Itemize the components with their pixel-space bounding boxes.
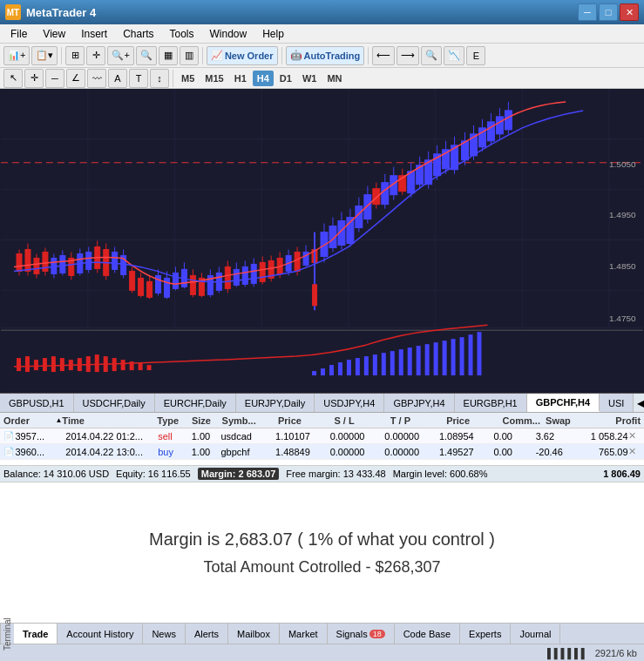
toolbar-zoom-out[interactable]: 🔍 [136, 46, 157, 65]
order-row-1[interactable]: 📄 3957... 2014.04.22 01:2... sell 1.00 u… [0, 428, 644, 444]
app-logo: MT [5, 4, 21, 20]
svg-rect-146 [139, 363, 143, 370]
tf-mn[interactable]: MN [322, 71, 346, 86]
tab-scroll-left[interactable]: ◀ [634, 397, 644, 409]
menu-insert[interactable]: Insert [74, 26, 114, 42]
row2-type: buy [158, 447, 192, 457]
svg-rect-166 [469, 334, 473, 375]
margin-display: Margin: 2 683.07 [198, 468, 280, 480]
svg-text:1.4750: 1.4750 [609, 314, 636, 323]
line-button[interactable]: ─ [45, 69, 64, 88]
autotrading-button[interactable]: 🤖 AutoTrading [286, 46, 365, 65]
col-type: Type [157, 415, 192, 426]
toolbar-drawing: ↖ ✛ ─ ∠ 〰 A T ↕ M5 M15 H1 H4 D1 W1 MN [0, 68, 644, 89]
angle-button[interactable]: ∠ [66, 69, 85, 88]
new-order-button[interactable]: 📈 New Order [207, 46, 278, 65]
svg-rect-135 [43, 358, 47, 371]
balance-display: Balance: 14 310.06 USD [3, 469, 109, 479]
tf-h4[interactable]: H4 [253, 71, 274, 86]
minimize-button[interactable]: ─ [578, 3, 597, 21]
arrow-button[interactable]: ↕ [150, 69, 169, 88]
col-time: Time [62, 415, 157, 426]
toolbar-indicators[interactable]: 📉 [444, 46, 464, 65]
col-swap: Swap [546, 415, 585, 426]
maximize-button[interactable]: □ [599, 3, 618, 21]
tab-eurjpy[interactable]: EURJPY,Daily [236, 394, 315, 412]
menu-view[interactable]: View [36, 26, 72, 42]
label-button[interactable]: T [129, 69, 148, 88]
cursor-button[interactable]: ↖ [3, 69, 23, 88]
chart-area[interactable]: 1.5050 1.4950 1.4850 1.4750 [0, 89, 644, 394]
term-tab-experts[interactable]: Experts [460, 624, 511, 644]
svg-rect-156 [382, 353, 386, 375]
wave-button[interactable]: 〰 [87, 69, 106, 88]
menu-charts[interactable]: Charts [116, 26, 160, 42]
row2-close[interactable]: ✕ [628, 446, 641, 457]
order-row-2[interactable]: 📄 3960... 2014.04.22 13:0... buy 1.00 gb… [0, 444, 644, 460]
term-tab-signals[interactable]: Signals 18 [328, 624, 395, 644]
toolbar-profiles[interactable]: ⊞ [65, 46, 85, 65]
term-tab-mailbox[interactable]: Mailbox [228, 624, 280, 644]
menu-help[interactable]: Help [255, 26, 291, 42]
menu-window[interactable]: Window [203, 26, 254, 42]
toolbar-zoom-chart[interactable]: 🔍 [421, 46, 442, 65]
crosshair-button[interactable]: ✛ [24, 69, 44, 88]
tf-w1[interactable]: W1 [298, 71, 322, 86]
menu-file[interactable]: File [3, 26, 34, 42]
col-tp: T / P [390, 415, 446, 426]
toolbar-crosshair[interactable]: ✛ [86, 46, 105, 65]
term-tab-alerts[interactable]: Alerts [186, 624, 228, 644]
toolbar-expert[interactable]: E [466, 46, 485, 65]
svg-rect-147 [147, 365, 152, 370]
toolbar-templates[interactable]: 📋▾ [31, 46, 58, 65]
toolbar-zoom-in[interactable]: 🔍+ [107, 46, 133, 65]
term-tab-journal[interactable]: Journal [511, 624, 560, 644]
tf-m15[interactable]: M15 [200, 71, 227, 86]
row2-tp: 0.00000 [384, 447, 439, 457]
tab-usdjpy[interactable]: USDJPY,H4 [315, 394, 384, 412]
term-tab-codebase[interactable]: Code Base [395, 624, 460, 644]
term-tab-account-history[interactable]: Account History [58, 624, 143, 644]
toolbar-new-chart[interactable]: 📊+ [3, 46, 30, 65]
toolbar-bars[interactable]: ▦ [159, 46, 178, 65]
tab-gbpchf[interactable]: GBPCHF,H4 [527, 394, 600, 412]
svg-rect-134 [34, 360, 38, 370]
term-tab-news[interactable]: News [143, 624, 186, 644]
close-button[interactable]: ✕ [620, 3, 639, 21]
tab-eurchf[interactable]: EURCHF,Daily [155, 394, 236, 412]
margin-value: Margin: 2 683.07 [198, 468, 280, 480]
term-tab-market[interactable]: Market [280, 624, 328, 644]
tf-h1[interactable]: H1 [230, 71, 251, 86]
balance-value: Balance: 14 310.06 USD [3, 469, 109, 479]
row1-profit: 1 058.24 [573, 431, 628, 442]
menu-tools[interactable]: Tools [163, 26, 201, 42]
term-tab-trade[interactable]: Trade [14, 624, 58, 644]
signals-badge: 18 [369, 630, 385, 638]
toolbar-chart-end[interactable]: ⟶ [397, 46, 419, 65]
tab-usi[interactable]: USI [600, 394, 634, 412]
app-title: MetaTrader 4 [26, 6, 96, 19]
row2-comm: 0.00 [493, 447, 535, 457]
svg-rect-152 [347, 360, 351, 375]
row1-symbol: usdcad [220, 431, 275, 442]
equity-display: Equity: 16 116.55 [116, 469, 191, 479]
tf-d1[interactable]: D1 [275, 71, 296, 86]
toolbar-candles[interactable]: ▥ [180, 46, 199, 65]
orders-header: Order ▲ Time Type Size Symb... Price S /… [0, 413, 644, 428]
toolbar-chart-scroll[interactable]: ⟵ [372, 46, 395, 65]
svg-rect-133 [25, 356, 30, 372]
window-controls: ─ □ ✕ [578, 3, 639, 21]
tab-gbpusd[interactable]: GBPUSD,H1 [0, 394, 74, 412]
row1-icon: 📄 [3, 431, 15, 441]
svg-rect-149 [321, 368, 325, 375]
col-profit: Profit [585, 415, 641, 426]
tf-m5[interactable]: M5 [177, 71, 199, 86]
svg-text:1.4950: 1.4950 [609, 210, 636, 219]
tab-usdchf[interactable]: USDCHF,Daily [74, 394, 155, 412]
row1-price2: 1.08954 [439, 431, 494, 442]
row1-close[interactable]: ✕ [628, 430, 641, 442]
text-button[interactable]: A [108, 69, 127, 88]
tab-gbpjpy[interactable]: GBPJPY,H4 [384, 394, 454, 412]
status-bar: ▌▌▌▌▌▌ 2921/6 kb [0, 644, 644, 661]
tab-eurgbp[interactable]: EURGBP,H1 [455, 394, 527, 412]
